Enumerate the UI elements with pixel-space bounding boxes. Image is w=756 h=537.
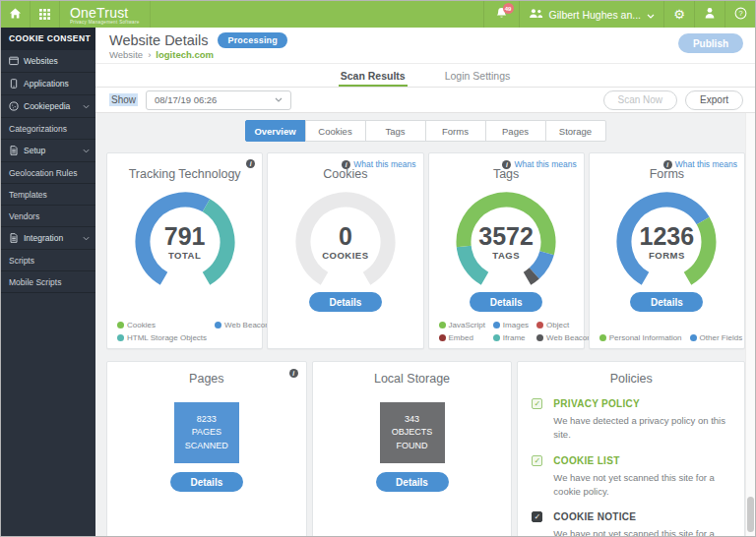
sidebar-item-label: Setup bbox=[24, 146, 45, 155]
scan-now-button[interactable]: Scan Now bbox=[603, 90, 678, 110]
cookie-icon bbox=[9, 101, 19, 111]
account-menu[interactable]: Gilbert Hughes an... bbox=[519, 1, 663, 28]
breadcrumb-separator: › bbox=[148, 49, 151, 60]
what-this-means-link[interactable]: iWhat this means bbox=[342, 159, 415, 169]
legend-label: Images bbox=[503, 321, 529, 329]
gauge-wrap: 791TOTAL bbox=[125, 185, 245, 299]
tab-bar: Scan ResultsLogin Settings bbox=[95, 64, 755, 88]
details-button[interactable]: Details bbox=[309, 292, 382, 312]
legend-item-iframe: Iframe bbox=[493, 333, 529, 342]
policy-description: We have detected a privacy policy on thi… bbox=[553, 414, 730, 443]
info-icon[interactable]: i bbox=[246, 159, 255, 168]
card-cookies: iWhat this meansCookies0COOKIESDetails bbox=[267, 152, 423, 349]
subtab-tags[interactable]: Tags bbox=[365, 120, 426, 142]
details-button[interactable]: Details bbox=[470, 292, 542, 312]
card-pages: iPages8233PAGESSCANNEDDetails bbox=[106, 361, 307, 537]
legend-item-html-storage-objects: HTML Storage Objects bbox=[117, 333, 207, 342]
toolbar: Show 08/17/19 06:26 Scan Now Export bbox=[95, 88, 755, 113]
breadcrumb-root[interactable]: Website bbox=[109, 49, 143, 60]
gauge-legend: Personal InformationOther Fields bbox=[599, 333, 740, 342]
info-icon: i bbox=[289, 369, 298, 378]
gauge-legend: CookiesWeb BeaconsHTML Storage Objects bbox=[117, 321, 258, 342]
sidebar-item-websites[interactable]: Websites bbox=[1, 50, 95, 73]
tab-scan-results[interactable]: Scan Results bbox=[339, 64, 408, 87]
details-button[interactable]: Details bbox=[170, 472, 243, 492]
legend-dot bbox=[439, 322, 446, 328]
legend-item-web-beacons: Web Beacons bbox=[536, 333, 596, 342]
legend-dot bbox=[599, 334, 606, 341]
sidebar-item-applications[interactable]: Applications bbox=[1, 73, 95, 95]
sidebar-item-label: Scripts bbox=[9, 256, 34, 266]
legend-label: Object bbox=[546, 321, 569, 329]
card-title: Tracking Technology bbox=[107, 167, 262, 181]
policies-list: ✓PRIVACY POLICYWe have detected a privac… bbox=[532, 398, 730, 537]
sidebar-item-integration[interactable]: Integration bbox=[1, 227, 95, 250]
legend-label: Cookies bbox=[127, 321, 156, 329]
scrollbar-thumb[interactable] bbox=[747, 497, 754, 532]
what-this-means-link[interactable]: iWhat this means bbox=[502, 159, 576, 169]
profile-button[interactable] bbox=[694, 1, 724, 28]
gauge-segment-none bbox=[287, 185, 403, 299]
chevron-down-icon bbox=[83, 149, 90, 153]
gauge-wrap: 0COOKIES bbox=[285, 185, 406, 299]
policy-label: PRIVACY POLICY bbox=[553, 398, 640, 409]
app-grid-button[interactable] bbox=[31, 1, 60, 28]
top-bar: OneTrust Privacy Management Software 49 … bbox=[1, 1, 755, 28]
status-badge: Processing bbox=[218, 32, 287, 48]
scan-date-select[interactable]: 08/17/19 06:26 bbox=[146, 90, 291, 110]
checkbox-icon[interactable]: ✓ bbox=[532, 398, 542, 409]
legend-item-other-fields: Other Fields bbox=[690, 333, 743, 342]
gauge-wrap: 3572TAGS bbox=[446, 185, 566, 299]
sidebar-item-scripts[interactable]: Scripts bbox=[1, 250, 95, 271]
subtab-storage[interactable]: Storage bbox=[545, 120, 606, 142]
policy-item-header[interactable]: ✓COOKIE LIST bbox=[532, 455, 730, 466]
export-button[interactable]: Export bbox=[685, 90, 743, 110]
sidebar-item-label: Applications bbox=[24, 79, 69, 89]
vertical-scrollbar[interactable] bbox=[745, 113, 755, 537]
legend-dot bbox=[536, 334, 543, 341]
subtab-cookies[interactable]: Cookies bbox=[305, 120, 366, 142]
sidebar-item-templates[interactable]: Templates bbox=[1, 184, 95, 206]
count-box-line: 343 bbox=[405, 413, 419, 426]
brand-subtitle: Privacy Management Software bbox=[70, 20, 140, 25]
checkbox-icon[interactable]: ✓ bbox=[532, 455, 542, 466]
sidebar-item-setup[interactable]: Setup bbox=[1, 140, 95, 162]
subtab-bar: OverviewCookiesTagsFormsPagesStorage bbox=[95, 120, 755, 142]
info-icon: i bbox=[502, 160, 511, 169]
subtab-forms[interactable]: Forms bbox=[425, 120, 486, 142]
brand-logo: OneTrust Privacy Management Software bbox=[60, 1, 151, 28]
home-button[interactable] bbox=[1, 1, 31, 28]
legend-label: Personal Information bbox=[609, 333, 682, 342]
person-icon bbox=[704, 7, 716, 22]
card-tracking-technology: iTracking Technology791TOTALCookiesWeb B… bbox=[106, 152, 263, 349]
help-icon: ? bbox=[734, 7, 747, 23]
tab-login-settings[interactable]: Login Settings bbox=[443, 64, 513, 87]
legend-label: Other Fields bbox=[700, 333, 743, 342]
sidebar-item-label: Mobile Scripts bbox=[9, 277, 61, 287]
policy-item-header[interactable]: ✓PRIVACY POLICY bbox=[532, 398, 730, 409]
policy-item-header[interactable]: ✓COOKIE NOTICE bbox=[532, 511, 730, 522]
help-button[interactable]: ? bbox=[724, 1, 755, 28]
checkbox-icon[interactable]: ✓ bbox=[532, 511, 542, 522]
sidebar-item-vendors[interactable]: Vendors bbox=[1, 206, 95, 227]
sidebar-item-mobile-scripts[interactable]: Mobile Scripts bbox=[1, 271, 95, 293]
subtab-pages[interactable]: Pages bbox=[485, 120, 546, 142]
gear-icon: ⚙ bbox=[673, 7, 685, 22]
sidebar-item-categorizations[interactable]: Categorizations bbox=[1, 118, 95, 140]
policy-item-privacy-policy: ✓PRIVACY POLICYWe have detected a privac… bbox=[532, 398, 730, 443]
sidebar-item-geolocation-rules[interactable]: Geolocation Rules bbox=[1, 162, 95, 184]
details-button[interactable]: Details bbox=[376, 472, 449, 492]
policy-item-cookie-list: ✓COOKIE LISTWe have not yet scanned this… bbox=[532, 455, 730, 500]
what-this-means-link[interactable]: iWhat this means bbox=[663, 159, 737, 169]
notifications-button[interactable]: 49 bbox=[483, 1, 519, 28]
subtab-overview[interactable]: Overview bbox=[245, 120, 306, 142]
file-icon bbox=[9, 146, 19, 155]
sidebar-item-label: Cookiepedia bbox=[24, 101, 70, 111]
publish-button[interactable]: Publish bbox=[678, 33, 743, 53]
legend-dot bbox=[493, 334, 500, 341]
legend-label: HTML Storage Objects bbox=[127, 333, 207, 342]
settings-button[interactable]: ⚙ bbox=[663, 1, 694, 28]
sidebar: COOKIE CONSENT WebsitesApplicationsCooki… bbox=[1, 28, 95, 537]
sidebar-item-cookiepedia[interactable]: Cookiepedia bbox=[1, 95, 95, 118]
details-button[interactable]: Details bbox=[630, 292, 703, 312]
